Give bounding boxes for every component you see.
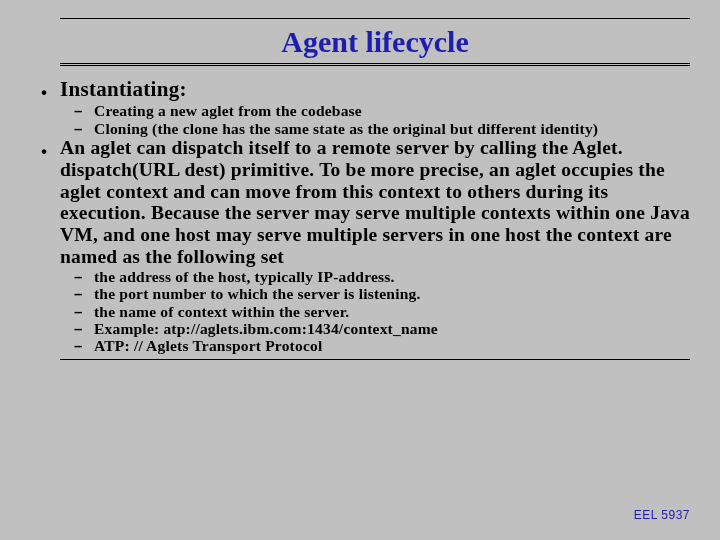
bullet-level2: – Cloning (the clone has the same state … <box>74 120 672 137</box>
dash-icon: – <box>74 268 94 285</box>
bullet-level2: – the port number to which the server is… <box>74 285 672 302</box>
bullet-level1: • Instantiating: <box>28 78 692 102</box>
slide-content: • Instantiating: – Creating a new aglet … <box>28 78 692 355</box>
sub-bullet-text: Creating a new aglet from the codebase <box>94 102 362 119</box>
sub-bullet-text: Cloning (the clone has the same state as… <box>94 120 598 137</box>
slide: Agent lifecycle • Instantiating: – Creat… <box>0 0 720 540</box>
sub-bullet-text: the port number to which the server is l… <box>94 285 421 302</box>
dash-icon: – <box>74 102 94 119</box>
bullet-text: An aglet can dispatch itself to a remote… <box>60 137 692 268</box>
slide-title: Agent lifecycle <box>60 25 690 59</box>
sub-bullet-text: the name of context within the server. <box>94 303 349 320</box>
bullet-text: Instantiating: <box>60 78 187 102</box>
bullet-level2: – Creating a new aglet from the codebase <box>74 102 672 119</box>
bullet-level2: – Example: atp://aglets.ibm.com:1434/con… <box>74 320 672 337</box>
bullet-level1: • An aglet can dispatch itself to a remo… <box>28 137 692 268</box>
dash-icon: – <box>74 303 94 320</box>
bullet-level2: – the address of the host, typically IP-… <box>74 268 672 285</box>
dash-icon: – <box>74 320 94 337</box>
sublist: – the address of the host, typically IP-… <box>74 268 672 355</box>
bullet-dot-icon: • <box>28 78 60 102</box>
bullet-level2: – ATP: // Aglets Transport Protocol <box>74 337 672 354</box>
bullet-level2: – the name of context within the server. <box>74 303 672 320</box>
bottom-rule <box>60 359 690 360</box>
sub-bullet-text: ATP: // Aglets Transport Protocol <box>94 337 322 354</box>
dash-icon: – <box>74 285 94 302</box>
dash-icon: – <box>74 337 94 354</box>
slide-footer: EEL 5937 <box>634 508 690 522</box>
bullet-dot-icon: • <box>28 137 60 268</box>
dash-icon: – <box>74 120 94 137</box>
sub-bullet-text: the address of the host, typically IP-ad… <box>94 268 395 285</box>
title-rule-box: Agent lifecycle <box>60 18 690 66</box>
sublist: – Creating a new aglet from the codebase… <box>74 102 672 137</box>
sub-bullet-text: Example: atp://aglets.ibm.com:1434/conte… <box>94 320 438 337</box>
